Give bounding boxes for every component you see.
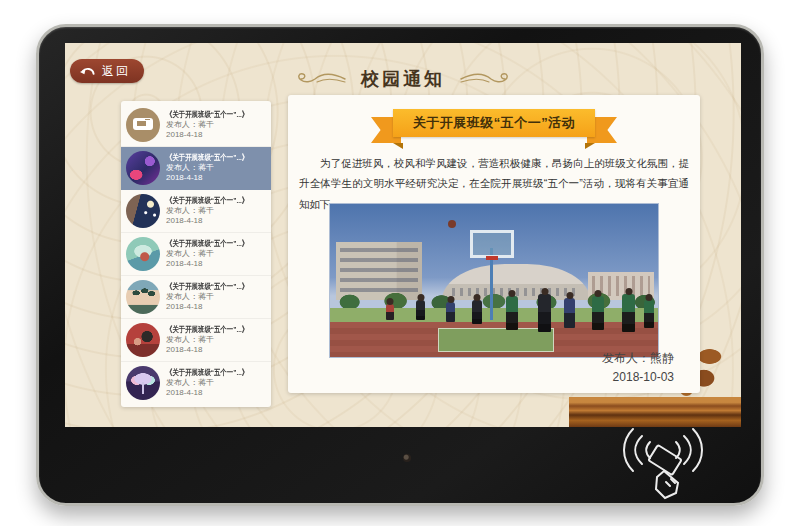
notice-publisher: 发布人：蒋干 xyxy=(166,335,266,345)
notice-list-item-selected[interactable]: 《关于开展班级“五个一”...》 发布人：蒋干 2018-4-18 xyxy=(121,147,271,190)
detail-date: 2018-10-03 xyxy=(602,368,674,387)
notice-title: 《关于开展班级“五个一”...》 xyxy=(166,282,246,292)
photo-player xyxy=(416,300,425,320)
notice-publisher: 发布人：蒋干 xyxy=(166,206,266,216)
page-title-text: 校园通知 xyxy=(361,67,445,91)
photo-player xyxy=(644,300,654,328)
photo-court-key xyxy=(438,328,554,352)
family-reading-thumbnail xyxy=(126,323,160,357)
photo-player xyxy=(622,294,635,332)
notice-title: 《关于开展班级“五个一”...》 xyxy=(166,239,246,249)
notice-date: 2018-4-18 xyxy=(166,388,266,398)
campus-bulletin-icon xyxy=(126,108,160,142)
photo-player xyxy=(538,294,551,332)
right-flourish-icon xyxy=(457,70,515,88)
photo-player xyxy=(472,300,482,324)
notice-footer: 发布人：熊静 2018-10-03 xyxy=(602,349,674,387)
detail-publisher: 发布人：熊静 xyxy=(602,349,674,368)
umbrella-illustration-thumbnail xyxy=(126,366,160,400)
notice-date: 2018-4-18 xyxy=(166,259,266,269)
page-title: 校园通知 xyxy=(65,67,741,91)
notice-publisher: 发布人：蒋干 xyxy=(166,249,266,259)
notice-date: 2018-4-18 xyxy=(166,130,266,140)
app-screen: 返回 校园通知 《关于开展班级“五个一”...》 发布 xyxy=(65,43,741,427)
notice-list-item[interactable]: 《关于开展班级“五个一”...》 发布人：蒋干 2018-4-18 xyxy=(121,362,271,404)
notice-date: 2018-4-18 xyxy=(166,302,266,312)
notice-list-item[interactable]: 《关于开展班级“五个一”...》 发布人：蒋干 2018-4-18 xyxy=(121,104,271,147)
back-button-label: 返回 xyxy=(102,63,130,80)
left-flourish-icon xyxy=(291,70,349,88)
notice-date: 2018-4-18 xyxy=(166,173,266,183)
notice-detail-panel: 关于开展班级“五个一”活动 为了促进班风，校风和学风建设，营造积极健康，昂扬向上… xyxy=(288,95,700,393)
photo-player xyxy=(564,298,575,328)
notice-title: 《关于开展班级“五个一”...》 xyxy=(166,368,246,378)
notice-list-item[interactable]: 《关于开展班级“五个一”...》 发布人：蒋干 2018-4-18 xyxy=(121,233,271,276)
photo-court-green xyxy=(330,308,658,322)
photo-backboard xyxy=(470,230,514,258)
notice-title: 《关于开展班级“五个一”...》 xyxy=(166,196,246,206)
tablet-device-bezel: 返回 校园通知 《关于开展班级“五个一”...》 发布 xyxy=(36,24,764,506)
basketball-court-photo xyxy=(329,203,659,358)
ribbon-fold-right xyxy=(585,143,595,149)
ribbon-fold-left xyxy=(393,143,403,149)
photo-of-kiosk-device: 返回 校园通知 《关于开展班级“五个一”...》 发布 xyxy=(0,0,800,526)
photo-player xyxy=(592,296,604,330)
notice-title: 《关于开展班级“五个一”...》 xyxy=(166,153,246,163)
notice-date: 2018-4-18 xyxy=(166,216,266,226)
photo-player xyxy=(506,296,518,330)
notice-publisher: 发布人：蒋干 xyxy=(166,292,266,302)
reading-boat-thumbnail xyxy=(126,237,160,271)
notice-list-item[interactable]: 《关于开展班级“五个一”...》 发布人：蒋干 2018-4-18 xyxy=(121,276,271,319)
notice-list-item[interactable]: 《关于开展班级“五个一”...》 发布人：蒋干 2018-4-18 xyxy=(121,319,271,362)
notice-title-ribbon: 关于开展班级“五个一”活动 xyxy=(371,109,617,149)
notice-title: 《关于开展班级“五个一”...》 xyxy=(166,325,246,335)
photo-player xyxy=(386,304,394,320)
back-button[interactable]: 返回 xyxy=(70,59,144,83)
card-reader-icon xyxy=(617,423,709,503)
notice-publisher: 发布人：蒋干 xyxy=(166,378,266,388)
notice-list-item[interactable]: 《关于开展班级“五个一”...》 发布人：蒋干 2018-4-18 xyxy=(121,190,271,233)
graduation-students-thumbnail xyxy=(126,280,160,314)
notice-publisher: 发布人：蒋干 xyxy=(166,163,266,173)
photo-player xyxy=(446,302,455,322)
notice-title: 《关于开展班级“五个一”...》 xyxy=(166,110,246,120)
notice-publisher: 发布人：蒋干 xyxy=(166,120,266,130)
photo-basketball xyxy=(448,220,456,228)
night-sky-girl-thumbnail xyxy=(126,194,160,228)
front-camera xyxy=(403,454,411,462)
notice-list: 《关于开展班级“五个一”...》 发布人：蒋干 2018-4-18 《关于开展班… xyxy=(121,101,271,407)
photo-hoop-rim xyxy=(486,256,498,260)
notice-detail-title: 关于开展班级“五个一”活动 xyxy=(393,109,595,137)
world-cup-2018-thumbnail xyxy=(126,151,160,185)
notice-date: 2018-4-18 xyxy=(166,345,266,355)
back-arrow-icon xyxy=(80,65,96,78)
